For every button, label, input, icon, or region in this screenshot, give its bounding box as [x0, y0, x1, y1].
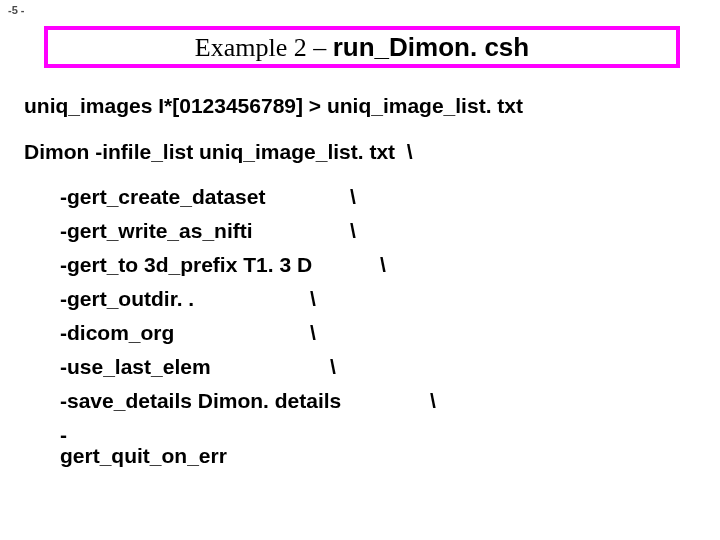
- title-box: Example 2 – run_Dimon. csh: [44, 26, 680, 68]
- title-command: run_Dimon. csh: [333, 32, 529, 62]
- continuation-backslash: \: [310, 322, 316, 343]
- flag-text: -gert_create_dataset: [60, 186, 350, 207]
- flag-row: -gert_create_dataset\: [60, 186, 696, 207]
- dimon-line: Dimon -infile_list uniq_image_list. txt …: [24, 140, 696, 164]
- flag-row: -gert_quit_on_err: [60, 424, 696, 466]
- flag-text: -gert_to 3d_prefix T1. 3 D: [60, 254, 380, 275]
- uniq-images-line: uniq_images I*[0123456789] > uniq_image_…: [24, 94, 696, 118]
- flag-text: -dicom_org: [60, 322, 310, 343]
- continuation-backslash: \: [310, 288, 316, 309]
- flag-row: -gert_outdir. .\: [60, 288, 696, 309]
- flag-list: -gert_create_dataset\-gert_write_as_nift…: [60, 186, 696, 466]
- flag-row: -gert_to 3d_prefix T1. 3 D\: [60, 254, 696, 275]
- continuation-backslash: \: [350, 186, 356, 207]
- flag-text: -save_details Dimon. details: [60, 390, 430, 411]
- title-prefix: Example 2 –: [195, 33, 333, 62]
- continuation-backslash: \: [350, 220, 356, 241]
- flag-row: -dicom_org\: [60, 322, 696, 343]
- flag-text: -gert_write_as_nifti: [60, 220, 350, 241]
- continuation-backslash: \: [380, 254, 386, 275]
- flag-text: -use_last_elem: [60, 356, 330, 377]
- content-body: uniq_images I*[0123456789] > uniq_image_…: [24, 94, 696, 479]
- flag-row: -use_last_elem\: [60, 356, 696, 377]
- flag-text: -gert_outdir. .: [60, 288, 310, 309]
- flag-row: -save_details Dimon. details\: [60, 390, 696, 411]
- continuation-backslash: \: [430, 390, 436, 411]
- page-number: -5 -: [8, 4, 25, 16]
- flag-row: -gert_write_as_nifti\: [60, 220, 696, 241]
- continuation-backslash: \: [330, 356, 336, 377]
